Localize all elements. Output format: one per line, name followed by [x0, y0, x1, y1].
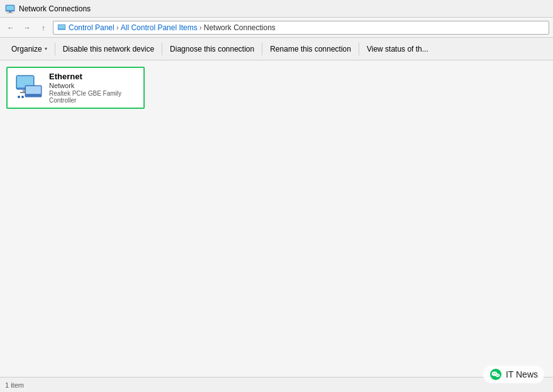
- watermark: IT News: [483, 366, 544, 383]
- svg-point-15: [21, 96, 24, 98]
- diagnose-button[interactable]: Diagnose this connection: [164, 40, 260, 59]
- view-status-button[interactable]: View status of th...: [360, 40, 435, 59]
- organize-label: Organize: [11, 45, 42, 53]
- content-area: Ethernet Network Realtek PCIe GBE Family…: [0, 60, 553, 377]
- ethernet-item[interactable]: Ethernet Network Realtek PCIe GBE Family…: [6, 67, 145, 109]
- network-name: Ethernet: [49, 72, 137, 81]
- path-sep-1: ›: [116, 23, 119, 32]
- disable-button[interactable]: Disable this network device: [57, 40, 160, 59]
- toolbar-sep-2: [162, 43, 162, 55]
- view-status-label: View status of th...: [367, 45, 428, 53]
- svg-rect-1: [6, 6, 14, 10]
- svg-rect-2: [9, 11, 11, 13]
- svg-rect-3: [7, 13, 13, 13]
- diagnose-label: Diagnose this connection: [170, 45, 254, 53]
- svg-rect-5: [59, 25, 65, 28]
- status-text: 1 item: [5, 381, 24, 389]
- svg-point-21: [496, 375, 497, 376]
- svg-point-14: [18, 96, 20, 98]
- back-button[interactable]: ←: [4, 21, 18, 35]
- network-info: Ethernet Network Realtek PCIe GBE Family…: [49, 72, 137, 104]
- toolbar-sep-4: [359, 43, 359, 55]
- path-segment-3: Network Connections: [204, 23, 276, 32]
- path-icon: [57, 23, 66, 32]
- toolbar: Organize ▾ Disable this network device D…: [0, 38, 553, 60]
- title-bar-text: Network Connections: [19, 4, 91, 13]
- ethernet-icon: [14, 73, 44, 103]
- path-segment-2[interactable]: All Control Panel Items: [121, 23, 198, 32]
- address-path: Control Panel › All Control Panel Items …: [53, 21, 549, 35]
- forward-button[interactable]: →: [20, 21, 34, 35]
- svg-point-20: [495, 374, 500, 378]
- organize-arrow: ▾: [45, 46, 47, 52]
- svg-point-19: [495, 373, 496, 374]
- toolbar-sep-3: [262, 43, 262, 55]
- svg-point-18: [493, 373, 494, 374]
- network-adapter: Realtek PCIe GBE Family Controller: [49, 90, 137, 104]
- address-bar: ← → ↑ Control Panel › All Control Panel …: [0, 18, 553, 38]
- rename-button[interactable]: Rename this connection: [264, 40, 357, 59]
- window-icon: [5, 4, 15, 14]
- wechat-icon: [489, 368, 502, 381]
- svg-point-22: [498, 375, 498, 376]
- network-status: Network: [49, 82, 137, 89]
- path-segment-1[interactable]: Control Panel: [69, 23, 115, 32]
- disable-label: Disable this network device: [63, 45, 154, 53]
- svg-rect-12: [26, 86, 41, 94]
- toolbar-sep-1: [55, 43, 55, 55]
- organize-button[interactable]: Organize ▾: [5, 40, 53, 59]
- watermark-text: IT News: [506, 369, 538, 379]
- status-bar: 1 item: [0, 377, 553, 392]
- up-button[interactable]: ↑: [36, 21, 50, 35]
- svg-rect-13: [25, 94, 42, 97]
- path-sep-2: ›: [199, 23, 202, 32]
- title-bar: Network Connections: [0, 0, 553, 18]
- rename-label: Rename this connection: [270, 45, 351, 53]
